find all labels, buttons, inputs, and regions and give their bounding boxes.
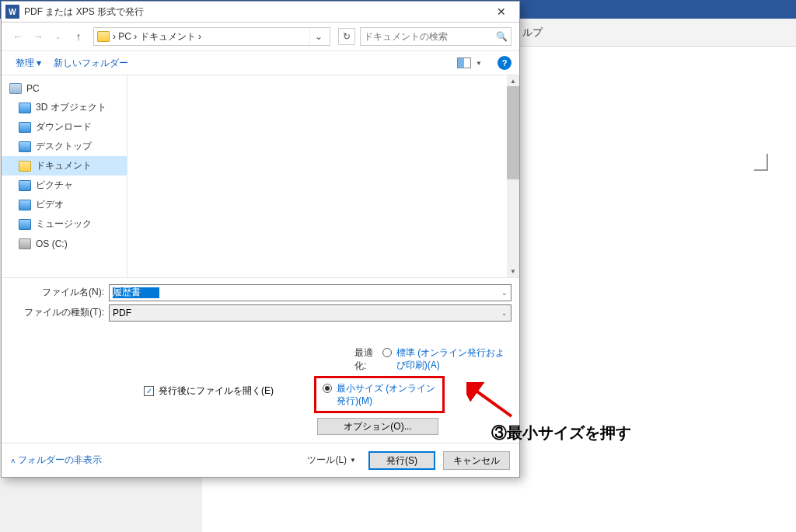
filetype-dropdown-icon[interactable]: ⌄ bbox=[501, 309, 508, 317]
filename-input[interactable] bbox=[113, 287, 159, 298]
filename-label: ファイル名(N): bbox=[9, 286, 109, 299]
new-folder-button[interactable]: 新しいフォルダー bbox=[47, 54, 134, 73]
caret-up-icon: ʌ bbox=[11, 457, 15, 464]
dialog-titlebar: W PDF または XPS 形式で発行 ✕ bbox=[2, 2, 519, 23]
organize-button[interactable]: 整理 ▾ bbox=[9, 54, 47, 73]
form-area: ファイル名(N): ⌄ ファイルの種類(T): PDF ⌄ bbox=[2, 277, 519, 325]
tree-item-label: PC bbox=[26, 83, 40, 94]
hide-folders-label: フォルダーの非表示 bbox=[18, 454, 102, 467]
breadcrumb-bar[interactable]: › PC › ドキュメント › ⌄ bbox=[93, 27, 330, 46]
breadcrumb-text: › PC › ドキュメント › bbox=[113, 30, 309, 43]
open-after-label: 発行後にファイルを開く(E) bbox=[159, 384, 274, 398]
folder-icon bbox=[9, 83, 22, 94]
tree-item-label: デスクトップ bbox=[36, 140, 92, 153]
folder-icon bbox=[19, 122, 31, 133]
tree-item[interactable]: ドキュメント bbox=[2, 156, 127, 176]
publish-button[interactable]: 発行(S) bbox=[368, 451, 435, 470]
tree-item-label: ピクチャ bbox=[36, 179, 73, 192]
optimize-standard-label[interactable]: 標準 (オンライン発行および印刷)(A) bbox=[396, 346, 511, 371]
annotation-highlight: 最小サイズ (オンライン発行)(M) bbox=[314, 376, 445, 413]
tree-item-label: ビデオ bbox=[36, 198, 64, 211]
open-after-checkbox[interactable] bbox=[144, 386, 154, 396]
tools-label: ツール(L) bbox=[307, 454, 347, 467]
file-list-area[interactable]: ▲ ▼ bbox=[127, 75, 519, 277]
folder-icon bbox=[19, 238, 31, 249]
optimize-label: 最適化: bbox=[354, 346, 378, 373]
nav-row: ← → ⌄ ↑ › PC › ドキュメント › ⌄ ↻ 🔍 bbox=[2, 23, 519, 50]
filetype-label: ファイルの種類(T): bbox=[9, 306, 109, 319]
forward-button[interactable]: → bbox=[30, 28, 47, 45]
folder-icon bbox=[19, 141, 31, 152]
scroll-up-icon[interactable]: ▲ bbox=[507, 75, 519, 86]
dialog-title: PDF または XPS 形式で発行 bbox=[24, 5, 487, 19]
view-mode-button[interactable]: ▼ bbox=[451, 54, 488, 71]
help-menu-fragment: ルプ bbox=[522, 26, 543, 40]
search-icon: 🔍 bbox=[496, 31, 508, 42]
folder-icon bbox=[19, 219, 31, 230]
annotation-text: ③最小サイズを押す bbox=[491, 422, 631, 443]
page-corner-mark bbox=[754, 154, 768, 171]
filename-field[interactable]: ⌄ bbox=[109, 284, 511, 301]
close-button[interactable]: ✕ bbox=[487, 2, 515, 21]
annotation-arrow bbox=[466, 382, 515, 422]
optimize-minimum-radio[interactable] bbox=[323, 384, 332, 393]
tree-item-label: OS (C:) bbox=[36, 238, 68, 249]
tree-item[interactable]: PC bbox=[2, 78, 127, 98]
up-button[interactable]: ↑ bbox=[70, 28, 87, 45]
view-icon bbox=[457, 57, 471, 68]
publish-pdf-dialog: W PDF または XPS 形式で発行 ✕ ← → ⌄ ↑ › PC › ドキュ… bbox=[1, 1, 520, 478]
back-button[interactable]: ← bbox=[9, 28, 26, 45]
filetype-field[interactable]: PDF ⌄ bbox=[109, 304, 511, 322]
filetype-value: PDF bbox=[113, 308, 131, 318]
tree-item[interactable]: ピクチャ bbox=[2, 176, 127, 195]
options-button[interactable]: オプション(O)... bbox=[317, 418, 438, 435]
folder-icon bbox=[19, 161, 31, 172]
recent-dropdown[interactable]: ⌄ bbox=[50, 28, 67, 45]
dialog-footer: ʌ フォルダーの非表示 ツール(L) ▼ 発行(S) キャンセル bbox=[2, 443, 519, 477]
tree-item-label: ドキュメント bbox=[36, 159, 92, 172]
folder-icon bbox=[19, 200, 31, 210]
scroll-down-icon[interactable]: ▼ bbox=[507, 266, 519, 277]
refresh-button[interactable]: ↻ bbox=[338, 28, 355, 45]
folder-icon bbox=[97, 31, 110, 42]
search-input[interactable] bbox=[364, 31, 496, 42]
tree-item[interactable]: ダウンロード bbox=[2, 117, 127, 137]
tree-item-label: ダウンロード bbox=[36, 120, 92, 134]
cancel-button[interactable]: キャンセル bbox=[443, 451, 510, 470]
tree-item[interactable]: ビデオ bbox=[2, 195, 127, 214]
open-after-checkbox-row[interactable]: 発行後にファイルを開く(E) bbox=[144, 348, 274, 435]
tree-item[interactable]: OS (C:) bbox=[2, 234, 127, 253]
folder-tree[interactable]: PC3D オブジェクトダウンロードデスクトップドキュメントピクチャビデオミュージ… bbox=[2, 75, 127, 277]
tree-item[interactable]: ミュージック bbox=[2, 214, 127, 234]
scroll-thumb[interactable] bbox=[507, 86, 519, 179]
svg-line-1 bbox=[473, 388, 511, 416]
filename-dropdown-icon[interactable]: ⌄ bbox=[501, 289, 508, 297]
tools-dropdown[interactable]: ツール(L) ▼ bbox=[302, 454, 361, 467]
breadcrumb-dropdown[interactable]: ⌄ bbox=[309, 28, 326, 45]
dialog-toolbar: 整理 ▾ 新しいフォルダー ▼ ? bbox=[2, 50, 519, 75]
help-button[interactable]: ? bbox=[498, 56, 511, 70]
content-scrollbar[interactable]: ▲ ▼ bbox=[507, 75, 519, 277]
tree-item[interactable]: デスクトップ bbox=[2, 137, 127, 156]
optimize-standard-radio[interactable] bbox=[382, 348, 392, 357]
tree-item[interactable]: 3D オブジェクト bbox=[2, 98, 127, 117]
optimize-minimum-label[interactable]: 最小サイズ (オンライン発行)(M) bbox=[337, 382, 436, 407]
word-icon: W bbox=[5, 5, 19, 19]
tree-item-label: ミュージック bbox=[36, 217, 92, 231]
search-box[interactable]: 🔍 bbox=[360, 27, 511, 46]
chevron-down-icon: ▼ bbox=[350, 457, 356, 464]
hide-folders-button[interactable]: ʌ フォルダーの非表示 bbox=[11, 454, 102, 467]
folder-icon bbox=[19, 180, 31, 191]
options-area: 発行後にファイルを開く(E) 最適化: 標準 (オンライン発行および印刷)(A)… bbox=[2, 325, 519, 443]
tree-item-label: 3D オブジェクト bbox=[36, 101, 106, 114]
folder-icon bbox=[19, 103, 31, 113]
